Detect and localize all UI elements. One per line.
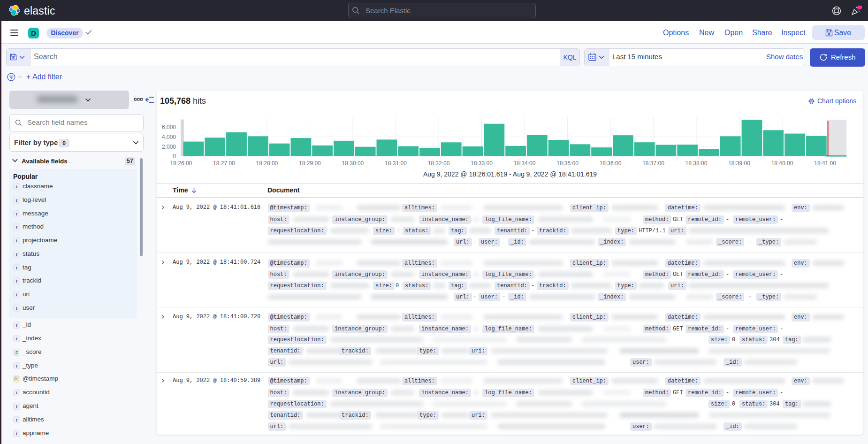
svg-text:2,000: 2,000 <box>162 144 176 150</box>
svg-text:18:38:00: 18:38:00 <box>685 160 708 167</box>
svg-text:18:40:00: 18:40:00 <box>771 160 793 167</box>
svg-text:18:39:00: 18:39:00 <box>728 160 750 167</box>
svg-text:18:26:00: 18:26:00 <box>170 160 192 167</box>
svg-text:18:35:00: 18:35:00 <box>556 160 579 167</box>
svg-text:18:28:00: 18:28:00 <box>256 160 278 167</box>
svg-text:0: 0 <box>173 153 176 160</box>
svg-text:18:29:00: 18:29:00 <box>299 160 321 167</box>
svg-text:18:36:00: 18:36:00 <box>600 160 622 167</box>
svg-text:18:37:00: 18:37:00 <box>642 160 664 167</box>
svg-text:18:30:00: 18:30:00 <box>342 160 364 167</box>
svg-text:18:33:00: 18:33:00 <box>471 160 493 167</box>
svg-text:18:27:00: 18:27:00 <box>213 160 235 167</box>
svg-text:18:34:00: 18:34:00 <box>514 160 536 167</box>
svg-text:18:32:00: 18:32:00 <box>428 160 450 167</box>
svg-text:18:31:00: 18:31:00 <box>385 160 407 167</box>
svg-text:18:41:00: 18:41:00 <box>814 160 836 167</box>
svg-text:4,000: 4,000 <box>162 134 176 140</box>
svg-text:6,000: 6,000 <box>162 124 176 130</box>
